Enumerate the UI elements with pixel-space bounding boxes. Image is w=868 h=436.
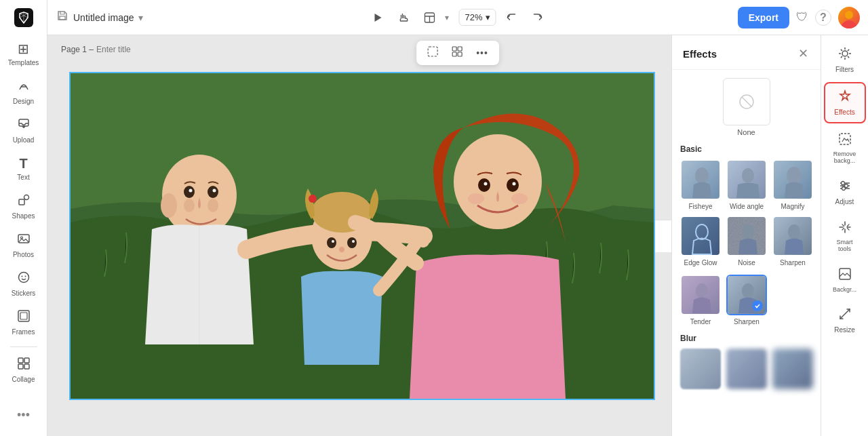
page-number: Page 1 – [61, 45, 94, 54]
effects-icon [837, 89, 852, 107]
svg-point-3 [24, 195, 28, 200]
canvas-image-container[interactable] [69, 72, 655, 400]
right-tool-label-filters: Filters [835, 66, 854, 74]
effect-thumb-tender [680, 275, 721, 315]
effect-none-item[interactable]: None [680, 78, 812, 136]
filters-icon [837, 46, 852, 64]
blur-item-2[interactable] [726, 349, 767, 389]
right-tool-effects[interactable]: Effects [824, 82, 866, 123]
canvas-toolbar: ••• [416, 41, 499, 65]
select-tool-button[interactable] [422, 43, 443, 62]
svg-point-62 [696, 283, 708, 298]
save-icon[interactable] [56, 9, 69, 26]
right-tool-adjust[interactable]: Adjust [824, 173, 866, 212]
sidebar-item-collage[interactable]: Collage [3, 351, 44, 389]
sidebar-item-shapes[interactable]: Shapes [3, 188, 44, 225]
app-logo[interactable] [12, 5, 36, 30]
svg-point-30 [208, 199, 218, 212]
zoom-control[interactable]: 72% ▾ [458, 9, 496, 26]
svg-point-39 [347, 237, 357, 248]
blur-item-1[interactable] [680, 349, 721, 389]
svg-point-31 [184, 186, 195, 198]
sidebar-item-label-upload: Upload [13, 136, 35, 144]
svg-rect-10 [20, 313, 27, 319]
layout-button[interactable] [419, 7, 439, 28]
effect-item-magnify[interactable]: Magnify [772, 159, 813, 210]
svg-point-63 [742, 283, 754, 298]
page-title-input[interactable] [96, 45, 198, 54]
effect-item-sharpen-selected[interactable]: Sharpen [726, 275, 767, 325]
right-tool-remove-bg[interactable]: Removebackg... [824, 126, 866, 170]
svg-point-58 [696, 224, 708, 239]
upload-icon [17, 117, 31, 134]
svg-rect-22 [458, 47, 462, 51]
layout-chevron[interactable]: ▾ [441, 9, 453, 26]
effect-thumb-fisheye [680, 159, 721, 200]
sidebar-item-photos[interactable]: Photos [3, 226, 44, 264]
effect-item-noise[interactable]: Noise [726, 216, 767, 266]
effects-panel: Effects ✕ None Basic [671, 35, 821, 436]
sidebar-item-label-templates: Templates [8, 59, 39, 66]
effect-item-edge-glow[interactable]: Edge Glow [680, 216, 721, 266]
sidebar-item-design[interactable]: Design [3, 73, 44, 111]
sidebar-item-stickers[interactable]: Stickers [3, 265, 44, 302]
svg-point-48 [468, 193, 484, 204]
right-tool-smart-tools[interactable]: Smarttools [824, 214, 866, 258]
blur-item-3[interactable] [772, 349, 813, 389]
play-button[interactable] [368, 7, 388, 28]
effect-item-tender[interactable]: Tender [680, 275, 721, 325]
effect-label-edge-glow: Edge Glow [684, 259, 717, 266]
text-icon: T [19, 156, 27, 172]
blur-effects-grid [680, 349, 812, 389]
effects-title: Effects [683, 48, 717, 60]
svg-point-34 [213, 189, 216, 192]
svg-point-57 [787, 167, 802, 184]
right-tool-filters[interactable]: Filters [824, 41, 866, 79]
effect-label-magnify: Magnify [781, 203, 804, 210]
adjust-icon [837, 178, 852, 197]
zoom-chevron: ▾ [486, 12, 490, 22]
title-chevron[interactable]: ▾ [138, 12, 143, 23]
sidebar-item-label-text: Text [17, 174, 29, 181]
svg-point-40 [332, 240, 334, 243]
undo-button[interactable] [502, 7, 522, 28]
svg-point-32 [208, 186, 218, 198]
user-avatar[interactable] [838, 7, 860, 28]
right-tool-label-smart-tools: Smarttools [836, 239, 852, 253]
sidebar-item-text[interactable]: T Text [3, 151, 44, 186]
effect-item-sharpen-1[interactable]: Sharpen [772, 216, 813, 266]
basic-section-title: Basic [680, 144, 812, 154]
svg-point-60 [742, 224, 754, 239]
sidebar-item-label-collage: Collage [12, 376, 35, 383]
sidebar-item-label-stickers: Stickers [12, 290, 36, 297]
collage-icon [17, 357, 31, 374]
effect-item-fisheye[interactable]: Fisheye [680, 159, 721, 210]
help-icon[interactable]: ? [815, 9, 831, 26]
sidebar-item-label-design: Design [13, 98, 34, 105]
sidebar-item-templates[interactable]: ⊞ Templates [3, 35, 44, 72]
blur-thumb-3 [772, 349, 813, 389]
shapes-icon [17, 193, 31, 210]
effect-item-wide-angle[interactable]: Wide angle [726, 159, 767, 210]
effects-close-button[interactable]: ✕ [797, 45, 810, 62]
sidebar-item-upload[interactable]: Upload [3, 112, 44, 149]
hand-tool-button[interactable] [393, 7, 414, 28]
redo-button[interactable] [528, 7, 548, 28]
sidebar-more-btn[interactable]: ••• [3, 403, 44, 428]
background-icon [837, 266, 852, 285]
more-options-button[interactable]: ••• [471, 43, 494, 62]
sidebar-item-frames[interactable]: Frames [3, 304, 44, 341]
zoom-value: 72% [465, 12, 482, 22]
blur-section-title: Blur [680, 334, 812, 343]
svg-point-66 [841, 181, 844, 184]
grid-tool-button[interactable] [446, 43, 468, 62]
export-button[interactable]: Export [738, 7, 789, 28]
effect-label-noise: Noise [738, 259, 755, 266]
right-tool-background[interactable]: Backgr... [824, 261, 866, 299]
effect-thumb-sharpen-selected [726, 275, 767, 315]
right-tool-resize[interactable]: Resize [824, 301, 866, 340]
svg-point-54 [695, 167, 709, 184]
right-tool-label-remove-bg: Removebackg... [833, 151, 856, 165]
blur-thumb-1 [680, 349, 721, 389]
svg-rect-69 [840, 269, 850, 279]
